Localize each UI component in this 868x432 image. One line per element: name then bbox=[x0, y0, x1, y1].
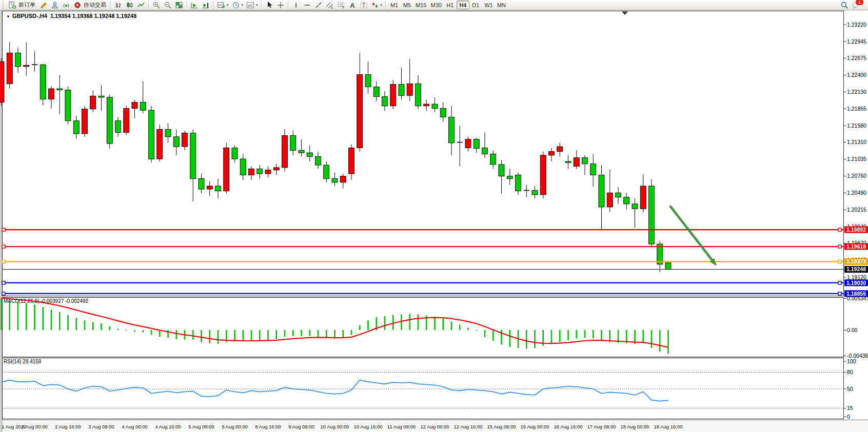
toolbar-separator bbox=[288, 1, 288, 9]
time-tick-label: 16 Aug 00:00 bbox=[521, 424, 549, 429]
crosshair-button[interactable] bbox=[275, 1, 286, 10]
time-tick-label: 18 Aug 00:00 bbox=[621, 424, 649, 429]
dropdown-caret-icon: ▾ bbox=[227, 3, 229, 7]
text-button[interactable]: A bbox=[347, 1, 358, 10]
autotrade-button[interactable]: 自动交易 bbox=[72, 1, 109, 10]
bear-candle bbox=[149, 110, 154, 159]
chart-expander-icon[interactable]: ▼ bbox=[6, 14, 10, 19]
bear-candle bbox=[65, 90, 71, 120]
timeframe-m1-button[interactable]: M1 bbox=[388, 1, 401, 9]
time-tick-label: 8 Aug 00:00 bbox=[222, 424, 248, 429]
bear-candle bbox=[173, 137, 179, 147]
new-order-label: 新订单 bbox=[17, 1, 36, 9]
toolbar-separator bbox=[110, 1, 111, 9]
timeframe-m30-button[interactable]: M30 bbox=[428, 1, 443, 9]
line-handle[interactable] bbox=[838, 260, 841, 263]
line-handle[interactable] bbox=[838, 281, 841, 284]
search-button[interactable] bbox=[839, 1, 850, 10]
community-button[interactable] bbox=[49, 1, 61, 10]
autoscroll-button[interactable] bbox=[189, 1, 200, 10]
text-label-button[interactable]: T bbox=[358, 1, 369, 10]
line-chart-icon bbox=[137, 1, 145, 9]
chart-shift-icon bbox=[202, 1, 210, 9]
bear-candle bbox=[57, 89, 63, 90]
bull-candle bbox=[90, 96, 96, 109]
dropdown-caret-icon: ▾ bbox=[381, 3, 383, 7]
cursor-button[interactable] bbox=[264, 1, 275, 10]
bull-candle bbox=[265, 170, 271, 174]
bear-candle bbox=[324, 165, 329, 178]
candles-chart-button[interactable] bbox=[124, 1, 135, 10]
periods-button[interactable]: ▾ bbox=[230, 1, 245, 10]
line-handle[interactable] bbox=[2, 228, 5, 231]
timeframe-m15-button[interactable]: M15 bbox=[413, 1, 428, 9]
timeframe-d1-button[interactable]: D1 bbox=[469, 1, 482, 9]
toolbar-separator bbox=[148, 1, 149, 9]
crosshair-icon bbox=[277, 1, 285, 9]
time-tick-label: 12 Aug 00:00 bbox=[421, 424, 449, 429]
toolbar: 新订单 自动交易 ▾▾▾EFAT▾ M1M5M15M30H1H4D1W1MN 1 bbox=[0, 0, 868, 10]
new-order-button[interactable]: 新订单 bbox=[7, 1, 38, 10]
timeframe-m5-button[interactable]: M5 bbox=[401, 1, 413, 9]
bear-candle bbox=[165, 129, 171, 136]
timeframe-h4-button[interactable]: H4 bbox=[457, 1, 469, 9]
bear-candle bbox=[399, 85, 404, 96]
svg-text:A: A bbox=[350, 2, 355, 9]
signals-button[interactable] bbox=[61, 1, 72, 10]
line-chart-button[interactable] bbox=[135, 1, 147, 10]
trendline-button[interactable] bbox=[313, 1, 324, 10]
styler-icon bbox=[40, 1, 48, 9]
bear-candle bbox=[490, 154, 496, 164]
svg-text:1.19373: 1.19373 bbox=[846, 258, 866, 264]
autoscroll-icon bbox=[190, 1, 199, 9]
autotrade-label: 自动交易 bbox=[83, 1, 107, 9]
bull-candle bbox=[132, 102, 137, 109]
price-tick-label: 1.21855 bbox=[847, 106, 866, 112]
line-handle[interactable] bbox=[2, 292, 5, 295]
timeframe-w1-button[interactable]: W1 bbox=[482, 1, 495, 9]
price-tick-label: 1.22400 bbox=[847, 72, 866, 78]
horizontal-line-button[interactable] bbox=[302, 1, 313, 10]
line-handle[interactable] bbox=[2, 260, 5, 263]
news-button[interactable]: 1 bbox=[850, 1, 861, 10]
time-tick-label: 9 Aug 08:00 bbox=[288, 424, 314, 429]
bear-candle bbox=[40, 65, 46, 99]
bear-candle bbox=[373, 87, 379, 96]
bull-candle bbox=[24, 65, 29, 66]
timeframe-h1-button[interactable]: H1 bbox=[444, 1, 457, 9]
vertical-line-button[interactable] bbox=[290, 1, 302, 10]
equidistant-channel-button[interactable]: E bbox=[324, 1, 336, 10]
mt4-terminal: 新订单 自动交易 ▾▾▾EFAT▾ M1M5M15M30H1H4D1W1MN 1… bbox=[0, 0, 868, 432]
toolbar-grip bbox=[3, 1, 6, 9]
fibonacci-button[interactable]: F bbox=[336, 1, 347, 10]
bars-chart-button[interactable] bbox=[113, 1, 124, 10]
templates-icon bbox=[246, 1, 254, 9]
templates-button[interactable]: ▾ bbox=[245, 1, 260, 10]
price-tag: 1.19248 bbox=[844, 266, 868, 273]
bear-candle bbox=[499, 164, 504, 176]
line-handle[interactable] bbox=[2, 281, 5, 284]
timeframe-mn-button[interactable]: MN bbox=[495, 1, 508, 9]
styler-button[interactable] bbox=[38, 1, 49, 10]
price-tick-label: 1.21035 bbox=[847, 156, 866, 162]
zoom-in-button[interactable] bbox=[151, 1, 162, 10]
chart-shift-button[interactable] bbox=[200, 1, 211, 10]
line-handle[interactable] bbox=[838, 245, 841, 248]
tile-windows-button[interactable] bbox=[173, 1, 185, 10]
arrows-button[interactable]: ▾ bbox=[369, 1, 384, 10]
svg-text:1.19248: 1.19248 bbox=[846, 266, 866, 272]
indicators-button[interactable]: ▾ bbox=[215, 1, 230, 10]
zoom-out-button[interactable] bbox=[162, 1, 173, 10]
bull-candle bbox=[182, 133, 188, 147]
line-handle[interactable] bbox=[838, 292, 841, 295]
price-tick-label: 1.21310 bbox=[847, 139, 866, 145]
indicators-icon bbox=[217, 1, 225, 9]
cursor-icon bbox=[265, 1, 273, 9]
bull-candle bbox=[557, 147, 563, 152]
line-handle[interactable] bbox=[2, 245, 5, 248]
time-tick-label: 5 Aug 08:00 bbox=[188, 424, 214, 429]
chart-canvas[interactable]: 1.232201.229451.226751.224001.221301.218… bbox=[0, 0, 868, 432]
bear-candle bbox=[432, 104, 438, 108]
line-handle[interactable] bbox=[838, 228, 841, 231]
bear-candle bbox=[382, 97, 388, 106]
